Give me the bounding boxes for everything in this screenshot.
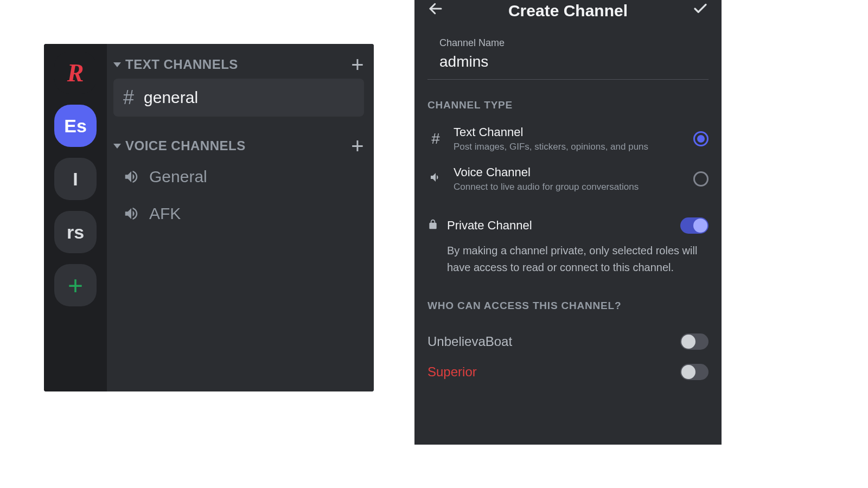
private-channel-row: Private Channel <box>414 199 722 234</box>
role-row-unbelievaboat: UnbelievaBoat <box>414 319 722 350</box>
channel-name-section: Channel Name admins <box>414 25 722 80</box>
hash-icon: # <box>427 130 444 147</box>
lock-icon <box>427 219 438 233</box>
server-icon-i[interactable]: I <box>54 158 97 200</box>
channel-name-label: Channel Name <box>439 37 709 49</box>
speaker-icon <box>123 169 139 185</box>
voice-channel-general[interactable]: General <box>113 160 364 194</box>
role-name: UnbelievaBoat <box>427 334 512 349</box>
voice-channels-header[interactable]: VOICE CHANNELS + <box>113 138 364 153</box>
text-channels-title: TEXT CHANNELS <box>125 57 238 72</box>
channel-list: TEXT CHANNELS + # general VOICE CHANNELS… <box>107 44 374 391</box>
type-name: Text Channel <box>454 125 684 139</box>
channel-name-input[interactable]: admins <box>427 51 709 79</box>
add-text-channel-button[interactable]: + <box>351 58 364 71</box>
hash-icon: # <box>123 86 134 109</box>
confirm-button[interactable] <box>692 0 709 21</box>
create-channel-header: Create Channel <box>414 0 722 25</box>
channel-label: General <box>149 168 207 186</box>
chevron-down-icon <box>113 62 121 67</box>
add-server-button[interactable]: + <box>54 264 97 306</box>
role-toggle-unbelievaboat[interactable] <box>680 333 709 350</box>
voice-channels-title: VOICE CHANNELS <box>125 138 246 153</box>
type-desc: Post images, GIFs, stickers, opinions, a… <box>454 142 684 152</box>
channel-type-voice[interactable]: Voice Channel Connect to live audio for … <box>414 159 722 199</box>
add-voice-channel-button[interactable]: + <box>351 139 364 152</box>
discord-channel-panel: R Es I rs + TEXT CHANNELS + # general VO… <box>44 44 374 391</box>
server-icon-r[interactable]: R <box>54 52 97 94</box>
role-toggle-superior[interactable] <box>680 364 709 380</box>
speaker-icon <box>123 206 139 222</box>
server-icon-rs[interactable]: rs <box>54 211 97 253</box>
input-underline <box>427 79 709 80</box>
channel-type-title: CHANNEL TYPE <box>427 99 722 111</box>
private-channel-label: Private Channel <box>447 219 672 233</box>
channel-general[interactable]: # general <box>113 79 364 117</box>
private-channel-description: By making a channel private, only select… <box>414 234 722 276</box>
channel-type-text[interactable]: # Text Channel Post images, GIFs, sticke… <box>414 119 722 159</box>
voice-channel-afk[interactable]: AFK <box>113 197 364 230</box>
server-icon-es[interactable]: Es <box>54 105 97 147</box>
type-desc: Connect to live audio for group conversa… <box>454 182 684 192</box>
server-rail: R Es I rs + <box>44 44 107 391</box>
access-title: WHO CAN ACCESS THIS CHANNEL? <box>427 300 722 312</box>
radio-voice-channel[interactable] <box>693 171 709 187</box>
role-row-superior: Superior <box>414 350 722 380</box>
channel-label: general <box>144 88 198 107</box>
back-button[interactable] <box>427 0 444 21</box>
speaker-icon <box>427 170 444 188</box>
create-channel-panel: Create Channel Channel Name admins CHANN… <box>414 0 722 445</box>
type-name: Voice Channel <box>454 165 684 179</box>
radio-text-channel[interactable] <box>693 131 709 146</box>
channel-label: AFK <box>149 204 181 223</box>
private-channel-toggle[interactable] <box>680 217 709 234</box>
chevron-down-icon <box>113 144 121 149</box>
role-name: Superior <box>427 364 477 380</box>
text-channels-header[interactable]: TEXT CHANNELS + <box>113 57 364 72</box>
page-title: Create Channel <box>508 2 628 20</box>
